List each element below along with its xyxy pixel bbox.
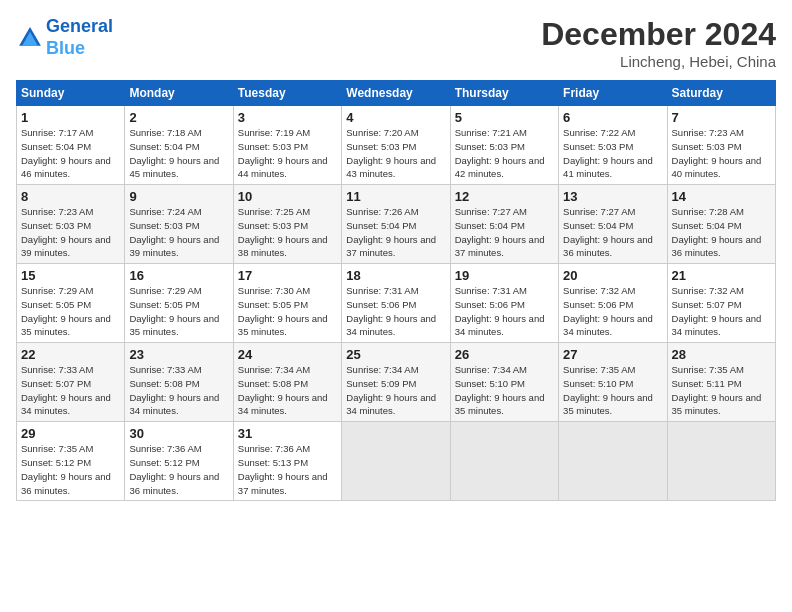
day-info: Sunrise: 7:34 AM Sunset: 5:08 PM Dayligh… bbox=[238, 363, 337, 418]
day-info: Sunrise: 7:36 AM Sunset: 5:12 PM Dayligh… bbox=[129, 442, 228, 497]
calendar-cell: 31Sunrise: 7:36 AM Sunset: 5:13 PM Dayli… bbox=[233, 422, 341, 501]
day-info: Sunrise: 7:23 AM Sunset: 5:03 PM Dayligh… bbox=[672, 126, 771, 181]
day-info: Sunrise: 7:36 AM Sunset: 5:13 PM Dayligh… bbox=[238, 442, 337, 497]
day-info: Sunrise: 7:28 AM Sunset: 5:04 PM Dayligh… bbox=[672, 205, 771, 260]
day-number: 6 bbox=[563, 110, 662, 125]
day-number: 29 bbox=[21, 426, 120, 441]
day-number: 11 bbox=[346, 189, 445, 204]
day-number: 14 bbox=[672, 189, 771, 204]
calendar-cell: 27Sunrise: 7:35 AM Sunset: 5:10 PM Dayli… bbox=[559, 343, 667, 422]
calendar-cell: 20Sunrise: 7:32 AM Sunset: 5:06 PM Dayli… bbox=[559, 264, 667, 343]
day-number: 26 bbox=[455, 347, 554, 362]
calendar-cell: 18Sunrise: 7:31 AM Sunset: 5:06 PM Dayli… bbox=[342, 264, 450, 343]
logo: GeneralBlue bbox=[16, 16, 113, 59]
calendar-cell: 23Sunrise: 7:33 AM Sunset: 5:08 PM Dayli… bbox=[125, 343, 233, 422]
day-info: Sunrise: 7:30 AM Sunset: 5:05 PM Dayligh… bbox=[238, 284, 337, 339]
calendar-table: SundayMondayTuesdayWednesdayThursdayFrid… bbox=[16, 80, 776, 501]
calendar-cell bbox=[450, 422, 558, 501]
day-number: 16 bbox=[129, 268, 228, 283]
title-block: December 2024 Lincheng, Hebei, China bbox=[541, 16, 776, 70]
calendar-cell: 9Sunrise: 7:24 AM Sunset: 5:03 PM Daylig… bbox=[125, 185, 233, 264]
calendar-body: 1Sunrise: 7:17 AM Sunset: 5:04 PM Daylig… bbox=[17, 106, 776, 501]
day-number: 17 bbox=[238, 268, 337, 283]
day-number: 15 bbox=[21, 268, 120, 283]
day-info: Sunrise: 7:33 AM Sunset: 5:08 PM Dayligh… bbox=[129, 363, 228, 418]
calendar-header-row: SundayMondayTuesdayWednesdayThursdayFrid… bbox=[17, 81, 776, 106]
calendar-cell: 13Sunrise: 7:27 AM Sunset: 5:04 PM Dayli… bbox=[559, 185, 667, 264]
day-number: 9 bbox=[129, 189, 228, 204]
day-info: Sunrise: 7:35 AM Sunset: 5:11 PM Dayligh… bbox=[672, 363, 771, 418]
day-info: Sunrise: 7:31 AM Sunset: 5:06 PM Dayligh… bbox=[455, 284, 554, 339]
calendar-cell: 11Sunrise: 7:26 AM Sunset: 5:04 PM Dayli… bbox=[342, 185, 450, 264]
day-info: Sunrise: 7:23 AM Sunset: 5:03 PM Dayligh… bbox=[21, 205, 120, 260]
day-info: Sunrise: 7:27 AM Sunset: 5:04 PM Dayligh… bbox=[563, 205, 662, 260]
day-info: Sunrise: 7:34 AM Sunset: 5:10 PM Dayligh… bbox=[455, 363, 554, 418]
weekday-header: Wednesday bbox=[342, 81, 450, 106]
day-number: 1 bbox=[21, 110, 120, 125]
weekday-header: Tuesday bbox=[233, 81, 341, 106]
day-info: Sunrise: 7:18 AM Sunset: 5:04 PM Dayligh… bbox=[129, 126, 228, 181]
day-number: 5 bbox=[455, 110, 554, 125]
day-info: Sunrise: 7:35 AM Sunset: 5:10 PM Dayligh… bbox=[563, 363, 662, 418]
day-number: 8 bbox=[21, 189, 120, 204]
day-info: Sunrise: 7:31 AM Sunset: 5:06 PM Dayligh… bbox=[346, 284, 445, 339]
calendar-cell: 15Sunrise: 7:29 AM Sunset: 5:05 PM Dayli… bbox=[17, 264, 125, 343]
day-info: Sunrise: 7:25 AM Sunset: 5:03 PM Dayligh… bbox=[238, 205, 337, 260]
day-number: 31 bbox=[238, 426, 337, 441]
day-info: Sunrise: 7:34 AM Sunset: 5:09 PM Dayligh… bbox=[346, 363, 445, 418]
calendar-cell bbox=[342, 422, 450, 501]
calendar-cell: 29Sunrise: 7:35 AM Sunset: 5:12 PM Dayli… bbox=[17, 422, 125, 501]
page-container: GeneralBlue December 2024 Lincheng, Hebe… bbox=[0, 0, 792, 511]
day-number: 21 bbox=[672, 268, 771, 283]
day-info: Sunrise: 7:17 AM Sunset: 5:04 PM Dayligh… bbox=[21, 126, 120, 181]
calendar-cell: 25Sunrise: 7:34 AM Sunset: 5:09 PM Dayli… bbox=[342, 343, 450, 422]
calendar-cell: 24Sunrise: 7:34 AM Sunset: 5:08 PM Dayli… bbox=[233, 343, 341, 422]
calendar-cell bbox=[667, 422, 775, 501]
calendar-cell: 4Sunrise: 7:20 AM Sunset: 5:03 PM Daylig… bbox=[342, 106, 450, 185]
day-info: Sunrise: 7:20 AM Sunset: 5:03 PM Dayligh… bbox=[346, 126, 445, 181]
calendar-cell: 10Sunrise: 7:25 AM Sunset: 5:03 PM Dayli… bbox=[233, 185, 341, 264]
calendar-cell: 26Sunrise: 7:34 AM Sunset: 5:10 PM Dayli… bbox=[450, 343, 558, 422]
calendar-cell: 6Sunrise: 7:22 AM Sunset: 5:03 PM Daylig… bbox=[559, 106, 667, 185]
day-number: 10 bbox=[238, 189, 337, 204]
calendar-week-row: 15Sunrise: 7:29 AM Sunset: 5:05 PM Dayli… bbox=[17, 264, 776, 343]
day-number: 2 bbox=[129, 110, 228, 125]
location: Lincheng, Hebei, China bbox=[541, 53, 776, 70]
calendar-cell: 17Sunrise: 7:30 AM Sunset: 5:05 PM Dayli… bbox=[233, 264, 341, 343]
day-info: Sunrise: 7:32 AM Sunset: 5:07 PM Dayligh… bbox=[672, 284, 771, 339]
calendar-cell: 22Sunrise: 7:33 AM Sunset: 5:07 PM Dayli… bbox=[17, 343, 125, 422]
calendar-week-row: 29Sunrise: 7:35 AM Sunset: 5:12 PM Dayli… bbox=[17, 422, 776, 501]
calendar-cell: 2Sunrise: 7:18 AM Sunset: 5:04 PM Daylig… bbox=[125, 106, 233, 185]
weekday-header: Friday bbox=[559, 81, 667, 106]
day-number: 13 bbox=[563, 189, 662, 204]
calendar-cell: 14Sunrise: 7:28 AM Sunset: 5:04 PM Dayli… bbox=[667, 185, 775, 264]
weekday-header: Thursday bbox=[450, 81, 558, 106]
day-number: 27 bbox=[563, 347, 662, 362]
day-number: 25 bbox=[346, 347, 445, 362]
logo-text: GeneralBlue bbox=[46, 16, 113, 59]
day-number: 20 bbox=[563, 268, 662, 283]
day-number: 7 bbox=[672, 110, 771, 125]
calendar-cell: 7Sunrise: 7:23 AM Sunset: 5:03 PM Daylig… bbox=[667, 106, 775, 185]
day-info: Sunrise: 7:29 AM Sunset: 5:05 PM Dayligh… bbox=[21, 284, 120, 339]
day-number: 12 bbox=[455, 189, 554, 204]
day-info: Sunrise: 7:35 AM Sunset: 5:12 PM Dayligh… bbox=[21, 442, 120, 497]
calendar-week-row: 8Sunrise: 7:23 AM Sunset: 5:03 PM Daylig… bbox=[17, 185, 776, 264]
calendar-week-row: 1Sunrise: 7:17 AM Sunset: 5:04 PM Daylig… bbox=[17, 106, 776, 185]
day-info: Sunrise: 7:21 AM Sunset: 5:03 PM Dayligh… bbox=[455, 126, 554, 181]
day-number: 22 bbox=[21, 347, 120, 362]
day-number: 30 bbox=[129, 426, 228, 441]
day-info: Sunrise: 7:22 AM Sunset: 5:03 PM Dayligh… bbox=[563, 126, 662, 181]
calendar-cell bbox=[559, 422, 667, 501]
weekday-header: Saturday bbox=[667, 81, 775, 106]
day-number: 18 bbox=[346, 268, 445, 283]
calendar-cell: 16Sunrise: 7:29 AM Sunset: 5:05 PM Dayli… bbox=[125, 264, 233, 343]
calendar-cell: 30Sunrise: 7:36 AM Sunset: 5:12 PM Dayli… bbox=[125, 422, 233, 501]
day-info: Sunrise: 7:33 AM Sunset: 5:07 PM Dayligh… bbox=[21, 363, 120, 418]
calendar-cell: 1Sunrise: 7:17 AM Sunset: 5:04 PM Daylig… bbox=[17, 106, 125, 185]
day-number: 24 bbox=[238, 347, 337, 362]
page-header: GeneralBlue December 2024 Lincheng, Hebe… bbox=[16, 16, 776, 70]
calendar-cell: 28Sunrise: 7:35 AM Sunset: 5:11 PM Dayli… bbox=[667, 343, 775, 422]
day-number: 28 bbox=[672, 347, 771, 362]
day-info: Sunrise: 7:27 AM Sunset: 5:04 PM Dayligh… bbox=[455, 205, 554, 260]
